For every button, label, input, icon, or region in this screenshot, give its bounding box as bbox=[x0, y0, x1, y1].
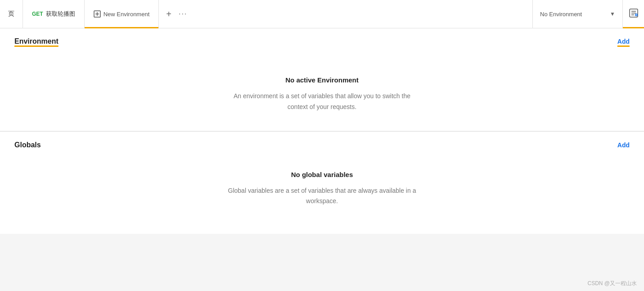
environment-section-header-area: Environment Add bbox=[0, 28, 644, 58]
environment-section-header: Environment Add bbox=[14, 37, 630, 45]
environment-empty-title: No active Environment bbox=[285, 76, 359, 84]
environment-section: Environment Add No active Environment An… bbox=[0, 28, 644, 131]
tab-home[interactable]: 页 bbox=[0, 0, 23, 28]
env-selector-label: No Environment bbox=[540, 11, 606, 18]
more-tabs-button[interactable]: ··· bbox=[179, 10, 187, 18]
environment-empty-desc: An environment is a set of variables tha… bbox=[234, 91, 410, 113]
environment-selector[interactable]: No Environment ▼ bbox=[532, 0, 622, 28]
add-tab-button[interactable]: + bbox=[166, 9, 171, 18]
main-content: Environment Add No active Environment An… bbox=[0, 28, 644, 291]
environment-add-button[interactable]: Add bbox=[617, 38, 630, 45]
tab-actions: + ··· bbox=[161, 0, 193, 28]
globals-empty-state: No global variables Global variables are… bbox=[14, 153, 630, 225]
environment-empty-state: No active Environment An environment is … bbox=[0, 58, 644, 131]
tab-bar: 页 GET 获取轮播图 New Environment + ··· No Env… bbox=[0, 0, 644, 28]
globals-empty-title: No global variables bbox=[291, 171, 353, 178]
chevron-down-icon: ▼ bbox=[610, 11, 615, 17]
environment-section-title: Environment bbox=[14, 37, 59, 45]
globals-add-button[interactable]: Add bbox=[617, 141, 630, 149]
section-divider bbox=[0, 131, 644, 132]
globals-section-title: Globals bbox=[14, 141, 41, 149]
home-label: 页 bbox=[8, 10, 14, 18]
watermark: CSDN @又一程山水 bbox=[587, 280, 637, 287]
env-panel-button[interactable] bbox=[622, 0, 644, 28]
globals-section-header: Globals Add bbox=[14, 141, 630, 149]
new-env-label: New Environment bbox=[104, 11, 150, 18]
method-badge: GET bbox=[32, 11, 43, 17]
get-tab-label: 获取轮播图 bbox=[46, 10, 75, 18]
tab-new-environment[interactable]: New Environment bbox=[85, 0, 159, 28]
tab-get-request[interactable]: GET 获取轮播图 bbox=[23, 0, 85, 28]
new-env-icon bbox=[94, 10, 101, 18]
globals-empty-desc: Global variables are a set of variables … bbox=[228, 186, 416, 207]
globals-section: Globals Add No global variables Global v… bbox=[0, 132, 644, 234]
env-panel-icon bbox=[629, 8, 639, 20]
